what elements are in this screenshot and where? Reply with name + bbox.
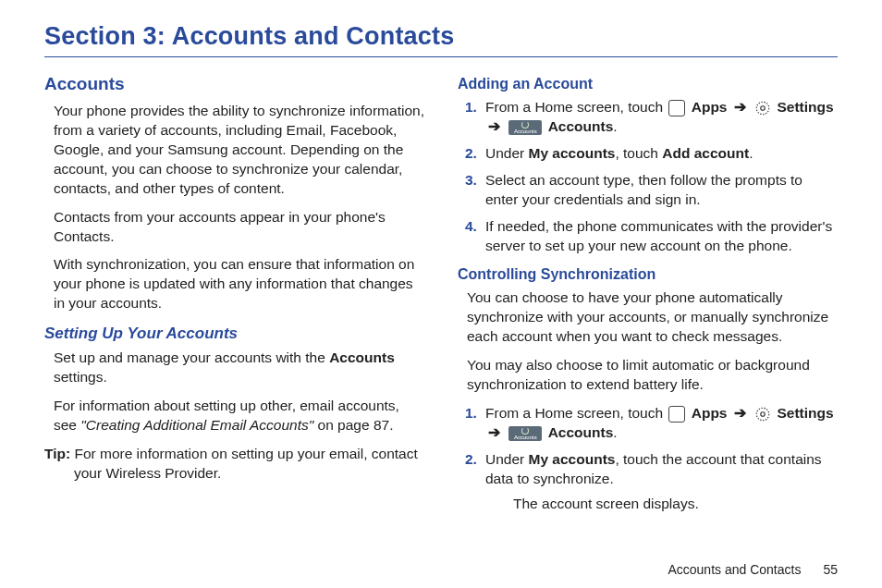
step-item: 4. If needed, the phone communicates wit…: [458, 217, 838, 256]
step-number: 1.: [458, 404, 485, 443]
step-item: 3. Select an account type, then follow t…: [458, 171, 838, 210]
accounts-icon: Accounts: [508, 426, 542, 441]
sync-para-1: You can choose to have your phone automa…: [467, 288, 838, 347]
adding-account-heading: Adding an Account: [458, 76, 838, 92]
accounts-heading: Accounts: [44, 74, 424, 94]
sync-para-2: You may also choose to limit automatic o…: [467, 356, 838, 395]
arrow-icon: ➔: [734, 99, 746, 115]
section-title: Section 3: Accounts and Contacts: [44, 22, 838, 57]
step-item: 2. Under My accounts, touch Add account.: [458, 144, 838, 164]
step-item: 2. Under My accounts, touch the account …: [458, 450, 838, 514]
controlling-sync-heading: Controlling Synchronization: [458, 266, 838, 283]
step-number: 2.: [458, 144, 485, 164]
tip-label: Tip:: [44, 446, 70, 461]
footer-section-name: Accounts and Contacts: [668, 562, 801, 577]
tip-paragraph: Tip: For more information on setting up …: [44, 445, 424, 484]
left-column: Accounts Your phone provides the ability…: [44, 74, 424, 525]
arrow-icon: ➔: [488, 118, 500, 134]
accounts-para-3: With synchronization, you can ensure tha…: [54, 255, 424, 313]
step-item: 1. From a Home screen, touch Apps ➔ Sett…: [458, 98, 838, 137]
page-footer: Accounts and Contacts 55: [668, 562, 838, 577]
settings-icon: [754, 406, 771, 423]
svg-point-2: [756, 408, 769, 421]
setup-para-2: For information about setting up other, …: [54, 397, 424, 435]
step-number: 1.: [458, 98, 485, 137]
two-column-layout: Accounts Your phone provides the ability…: [44, 74, 838, 525]
step-number: 2.: [458, 450, 485, 514]
arrow-icon: ➔: [734, 405, 746, 421]
step-result-text: The account screen displays.: [513, 495, 838, 514]
svg-point-0: [756, 102, 769, 115]
step-item: 1. From a Home screen, touch Apps ➔ Sett…: [458, 404, 838, 443]
controlling-sync-steps: 1. From a Home screen, touch Apps ➔ Sett…: [458, 404, 838, 514]
adding-account-steps: 1. From a Home screen, touch Apps ➔ Sett…: [458, 98, 838, 255]
page-number: 55: [823, 562, 838, 577]
setup-para-1: Set up and manage your accounts with the…: [54, 349, 424, 387]
cross-reference-link: "Creating Additional Email Accounts": [80, 417, 313, 433]
accounts-para-1: Your phone provides the ability to synch…: [54, 102, 424, 199]
right-column: Adding an Account 1. From a Home screen,…: [458, 74, 838, 525]
accounts-icon: Accounts: [508, 120, 542, 135]
apps-icon: [668, 100, 685, 116]
step-number: 3.: [458, 171, 485, 210]
setting-up-heading: Setting Up Your Accounts: [44, 325, 424, 343]
page-container: Section 3: Accounts and Contacts Account…: [0, 0, 882, 536]
svg-point-3: [761, 412, 766, 417]
arrow-icon: ➔: [488, 424, 500, 440]
step-number: 4.: [458, 217, 485, 256]
svg-point-1: [761, 106, 766, 111]
settings-icon: [754, 100, 771, 116]
apps-icon: [668, 406, 685, 423]
accounts-para-2: Contacts from your accounts appear in yo…: [54, 208, 424, 247]
